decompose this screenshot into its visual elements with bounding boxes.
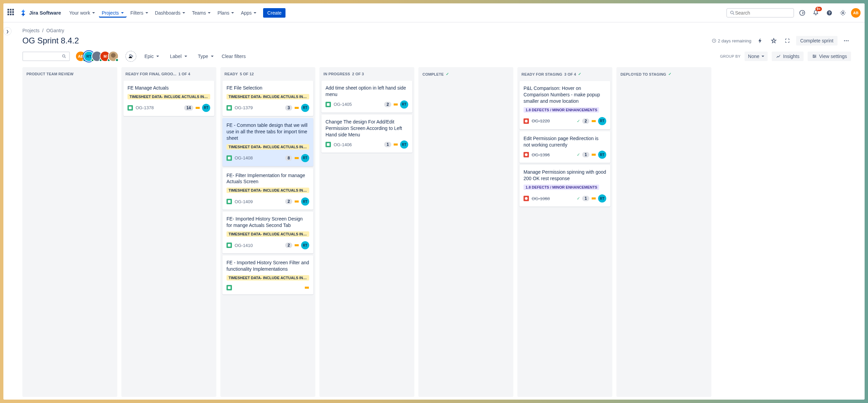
settings-icon[interactable] — [837, 7, 848, 18]
user-avatar[interactable]: AB — [851, 8, 861, 18]
assignee-avatar[interactable] — [108, 51, 119, 62]
assignee-avatar[interactable]: RT — [301, 241, 309, 249]
jira-logo[interactable]: Jira Software — [20, 9, 61, 17]
issue-key[interactable]: OG-1410 — [235, 243, 253, 248]
card-title: FE - Imported History Screen Filter and … — [226, 260, 309, 272]
topbar: Jira Software Your workProjectsFiltersDa… — [3, 3, 865, 22]
help-icon[interactable]: ? — [824, 7, 835, 18]
assignee-avatar[interactable]: RT — [598, 117, 606, 125]
card-title: FE File Selection — [226, 85, 309, 91]
issue-card[interactable]: FE- Filter Implementation for manage Act… — [222, 168, 313, 210]
issue-card[interactable]: Edit Permission page Redirection is not … — [519, 131, 610, 163]
bug-icon — [524, 196, 529, 201]
story-points: 1 — [582, 196, 589, 201]
issue-card[interactable]: FE - Imported History Screen Filter and … — [222, 255, 313, 294]
issue-key[interactable]: OG-1409 — [235, 199, 253, 204]
chevron-down-icon — [231, 12, 234, 14]
sliders-icon — [812, 54, 817, 59]
issue-key[interactable]: OG-1408 — [235, 155, 253, 160]
svg-text:?: ? — [828, 11, 831, 15]
search-icon — [730, 10, 735, 16]
svg-point-7 — [844, 40, 845, 41]
epic-filter[interactable]: Epic — [142, 52, 162, 61]
nav-filters[interactable]: Filters — [128, 8, 151, 18]
assignee-avatar[interactable]: RT — [301, 197, 309, 206]
chevron-down-icon — [121, 12, 124, 14]
label-filter[interactable]: Label — [167, 52, 190, 61]
nav-teams[interactable]: Teams — [189, 8, 213, 18]
column-header: DEPLOYED TO STAGING ✓ — [616, 67, 711, 81]
automation-icon[interactable] — [755, 36, 765, 45]
column-header: READY 5 OF 12 — [220, 67, 315, 81]
type-filter[interactable]: Type — [195, 52, 216, 61]
search-input[interactable] — [735, 10, 791, 16]
story-points: 2 — [384, 102, 391, 107]
epic-label[interactable]: TIMESHEET DATA- INCLUDE ACTUALS IN … — [226, 188, 309, 193]
issue-key[interactable]: OG-1405 — [334, 102, 352, 107]
add-people-button[interactable] — [125, 51, 136, 62]
board-column: DEPLOYED TO STAGING ✓ — [616, 67, 711, 397]
issue-card[interactable]: P&L Comparison: Hover on Comparison Numb… — [519, 81, 610, 129]
assignee-avatar[interactable]: RT — [400, 140, 408, 149]
complete-sprint-button[interactable]: Complete sprint — [796, 36, 837, 45]
priority-icon — [294, 105, 299, 110]
card-title: Change The design For Add/Edit Permissio… — [326, 119, 408, 138]
filter-bar: ABRTM Epic Label Type Clear filters GROU… — [22, 51, 851, 62]
assignee-avatar[interactable]: RT — [400, 100, 408, 109]
app-switcher-icon[interactable] — [7, 9, 16, 17]
issue-card[interactable]: FE- Imported History Screen Design for m… — [222, 212, 313, 253]
issue-card[interactable]: Manage Permission spinning with good 200… — [519, 165, 610, 207]
board-column: IN PROGRESS 2 OF 3Add time sheet option … — [319, 67, 414, 397]
issue-key[interactable]: OG-1379 — [235, 105, 253, 110]
clear-filters[interactable]: Clear filters — [222, 54, 246, 59]
assignee-avatar[interactable]: RT — [598, 194, 606, 203]
issue-card[interactable]: FE Manage ActualsTIMESHEET DATA- INCLUDE… — [123, 81, 214, 116]
issue-card[interactable]: FE - Common table design that we will us… — [222, 118, 313, 166]
star-icon[interactable] — [769, 36, 778, 45]
assignee-avatar[interactable]: RT — [202, 104, 210, 112]
sidebar-expand-button[interactable]: ❯ — [3, 27, 12, 35]
issue-card[interactable]: Add time sheet option in left hand side … — [321, 81, 412, 113]
breadcrumb-projects[interactable]: Projects — [22, 28, 40, 33]
epic-label[interactable]: TIMESHEET DATA- INCLUDE ACTUALS IN … — [226, 275, 309, 281]
story-points: 2 — [582, 118, 589, 124]
fullscreen-icon[interactable] — [783, 36, 792, 45]
search-box[interactable] — [726, 8, 794, 18]
nav-your-work[interactable]: Your work — [66, 8, 98, 18]
issue-key[interactable]: OG-1406 — [334, 142, 352, 147]
view-settings-button[interactable]: View settings — [808, 52, 851, 61]
quickstart-icon[interactable] — [797, 7, 808, 18]
nav-projects[interactable]: Projects — [99, 8, 126, 18]
nav-apps[interactable]: Apps — [238, 8, 259, 18]
breadcrumb-project-name[interactable]: OGantry — [46, 28, 64, 33]
issue-key[interactable]: OG-1068 — [532, 196, 550, 201]
epic-label[interactable]: TIMESHEET DATA- INCLUDE ACTUALS IN … — [127, 94, 210, 99]
issue-card[interactable]: Change The design For Add/Edit Permissio… — [321, 115, 412, 153]
epic-label[interactable]: TIMESHEET DATA- INCLUDE ACTUALS IN … — [226, 94, 309, 99]
board-search[interactable] — [22, 52, 70, 61]
nav-dashboards[interactable]: Dashboards — [152, 8, 188, 18]
notifications-icon[interactable]: 9+ — [810, 7, 821, 18]
insights-button[interactable]: Insights — [772, 52, 804, 61]
epic-label[interactable]: 1.8 DEFECTS / MINOR ENHANCEMENTS — [524, 185, 599, 190]
board-search-input[interactable] — [26, 54, 62, 59]
group-by-select[interactable]: None — [745, 52, 767, 61]
create-button[interactable]: Create — [263, 8, 285, 18]
issue-key[interactable]: OG-1378 — [136, 105, 154, 110]
assignee-avatar[interactable]: RT — [301, 104, 309, 112]
nav-plans[interactable]: Plans — [215, 8, 237, 18]
issue-card[interactable]: FE File SelectionTIMESHEET DATA- INCLUDE… — [222, 81, 313, 116]
story-points: 1 — [384, 142, 391, 147]
epic-label[interactable]: TIMESHEET DATA- INCLUDE ACTUALS IN … — [226, 231, 309, 237]
assignee-avatar[interactable]: RT — [598, 151, 606, 159]
column-body: FE File SelectionTIMESHEET DATA- INCLUDE… — [220, 81, 315, 397]
issue-key[interactable]: OG-1220 — [532, 118, 550, 123]
epic-label[interactable]: 1.8 DEFECTS / MINOR ENHANCEMENTS — [524, 107, 599, 113]
epic-label[interactable]: TIMESHEET DATA- INCLUDE ACTUALS IN … — [226, 144, 309, 150]
priority-icon — [294, 199, 299, 204]
priority-icon — [393, 102, 398, 107]
breadcrumb: Projects / OGantry — [22, 28, 851, 33]
assignee-avatar[interactable]: RT — [301, 154, 309, 162]
more-icon[interactable] — [842, 36, 851, 45]
issue-key[interactable]: OG-1396 — [532, 152, 550, 157]
